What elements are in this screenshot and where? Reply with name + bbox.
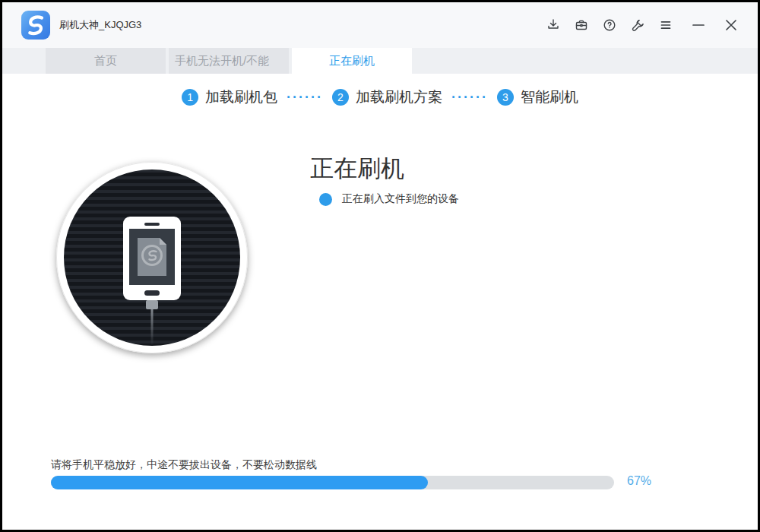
phone-speaker [144,223,160,226]
app-logo-s-icon [21,11,50,40]
app-window: 刷机大神_KJQJG3 [0,0,760,532]
help-icon[interactable] [601,17,618,33]
progress-bar-track [51,476,614,489]
firmware-logo-icon [140,243,164,271]
app-logo [21,11,50,40]
step-1-label: 加载刷机包 [205,87,277,107]
minimize-button[interactable] [690,17,707,33]
tab-phone-wont-boot[interactable]: 手机无法开机/不能 [169,48,289,74]
phone-screen [129,229,175,285]
flashing-illustration [56,162,248,353]
step-separator-dots: ······ [287,90,323,105]
usb-cable [151,309,154,346]
step-3-badge: 3 [497,89,514,106]
step-1: 1 加载刷机包 [182,87,277,107]
menu-icon[interactable] [657,17,674,33]
step-3: 3 智能刷机 [497,87,578,107]
titlebar-icons [545,2,739,48]
progress-percent-label: 67% [627,474,651,488]
step-1-badge: 1 [182,89,198,106]
warning-text: 请将手机平稳放好，中途不要拔出设备，不要松动数据线 [51,458,317,472]
step-2-label: 加载刷机方案 [356,87,442,107]
status-text: 正在刷入文件到您的设备 [342,192,459,206]
window-title: 刷机大神_KJQJG3 [59,2,141,48]
step-separator-dots: ······ [451,90,488,105]
close-button[interactable] [723,17,739,33]
step-2-badge: 2 [332,89,349,106]
firmware-file-icon [138,238,166,276]
tab-bar: 首页 手机无法开机/不能 正在刷机 [2,48,758,74]
step-3-label: 智能刷机 [521,87,578,107]
usb-connector [146,300,158,309]
step-2: 2 加载刷机方案 [332,87,442,107]
illustration-dark-circle [64,169,240,346]
wrench-icon[interactable] [629,17,646,33]
phone-icon [123,217,181,300]
page-title: 正在刷机 [310,153,404,185]
status-row: 正在刷入文件到您的设备 [319,192,459,206]
toolbox-icon[interactable] [573,17,590,33]
tab-home[interactable]: 首页 [46,48,166,74]
titlebar: 刷机大神_KJQJG3 [2,2,758,48]
progress-bar-fill [51,476,428,489]
illustration-ring [56,162,248,353]
tab-flashing[interactable]: 正在刷机 [292,48,412,74]
step-indicator: 1 加载刷机包 ······ 2 加载刷机方案 ······ 3 智能刷机 [2,87,758,107]
download-icon[interactable] [545,17,562,33]
status-dot-icon [319,193,332,206]
phone-home-button [144,290,160,296]
